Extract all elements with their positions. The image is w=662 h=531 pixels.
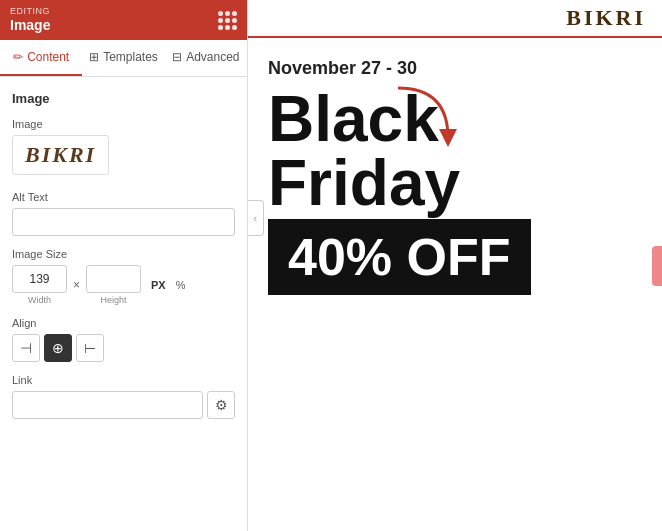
image-size-label: Image Size bbox=[12, 248, 235, 260]
gear-button[interactable]: ⚙ bbox=[207, 391, 235, 419]
tab-bar: ✏ Content ⊞ Templates ⊟ Advanced bbox=[0, 40, 247, 77]
align-left-icon: ⊣ bbox=[20, 340, 32, 356]
align-center-icon: ⊕ bbox=[52, 340, 64, 356]
height-group: Height bbox=[86, 265, 141, 305]
unit-percent-btn[interactable]: % bbox=[172, 277, 190, 293]
align-right-btn[interactable]: ⊢ bbox=[76, 334, 104, 362]
times-sign: × bbox=[73, 278, 80, 292]
tab-content-label: Content bbox=[27, 50, 69, 64]
tab-templates[interactable]: ⊞ Templates bbox=[82, 40, 164, 76]
align-row: ⊣ ⊕ ⊢ bbox=[12, 334, 235, 362]
unit-px-btn[interactable]: PX bbox=[147, 277, 170, 293]
section-title: Image bbox=[12, 91, 235, 106]
headline-friday: Friday bbox=[268, 151, 642, 215]
collapse-panel-button[interactable]: ‹ bbox=[248, 200, 264, 236]
editing-label: EDITING bbox=[10, 6, 50, 16]
width-input[interactable] bbox=[12, 265, 67, 293]
align-label: Align bbox=[12, 317, 235, 329]
editing-header: EDITING Image bbox=[0, 0, 247, 40]
gear-icon: ⚙ bbox=[215, 397, 228, 413]
right-edge-handle[interactable] bbox=[652, 246, 662, 286]
height-label: Height bbox=[101, 295, 127, 305]
left-panel: EDITING Image ✏ Content ⊞ Templates ⊟ Ad… bbox=[0, 0, 248, 531]
unit-group: PX % bbox=[147, 277, 189, 293]
headline-black: Black bbox=[268, 87, 642, 151]
preview-header: BIKRI bbox=[248, 0, 662, 38]
editing-title: Image bbox=[10, 17, 50, 33]
align-right-icon: ⊢ bbox=[84, 340, 96, 356]
brand-name-header: BIKRI bbox=[566, 5, 646, 31]
tab-content[interactable]: ✏ Content bbox=[0, 40, 82, 76]
headline-line1: Black Friday bbox=[268, 87, 642, 215]
link-row: ⚙ bbox=[12, 391, 235, 419]
link-label: Link bbox=[12, 374, 235, 386]
image-field-label: Image bbox=[12, 118, 235, 130]
size-row: Width × Height PX % bbox=[12, 265, 235, 305]
right-panel: BIKRI November 27 - 30 Black Friday 40% … bbox=[248, 0, 662, 531]
alt-text-input[interactable] bbox=[12, 208, 235, 236]
panel-content: Image Image BIKRI Alt Text Image Size Wi… bbox=[0, 77, 247, 531]
alt-text-label: Alt Text bbox=[12, 191, 235, 203]
width-group: Width bbox=[12, 265, 67, 305]
width-label: Width bbox=[28, 295, 51, 305]
preview-body: November 27 - 30 Black Friday 40% OFF bbox=[248, 38, 662, 531]
height-input[interactable] bbox=[86, 265, 141, 293]
tab-advanced-label: Advanced bbox=[186, 50, 239, 64]
sale-banner: 40% OFF bbox=[268, 219, 531, 295]
dots-menu-icon[interactable] bbox=[218, 11, 237, 30]
tab-advanced[interactable]: ⊟ Advanced bbox=[165, 40, 247, 76]
image-preview[interactable]: BIKRI bbox=[12, 135, 109, 175]
editing-info: EDITING Image bbox=[10, 6, 50, 34]
align-center-btn[interactable]: ⊕ bbox=[44, 334, 72, 362]
image-preview-text: BIKRI bbox=[25, 142, 96, 167]
tab-templates-label: Templates bbox=[103, 50, 158, 64]
date-text: November 27 - 30 bbox=[268, 58, 642, 79]
link-input[interactable] bbox=[12, 391, 203, 419]
align-left-btn[interactable]: ⊣ bbox=[12, 334, 40, 362]
templates-tab-icon: ⊞ bbox=[89, 50, 99, 64]
advanced-tab-icon: ⊟ bbox=[172, 50, 182, 64]
content-tab-icon: ✏ bbox=[13, 50, 23, 64]
